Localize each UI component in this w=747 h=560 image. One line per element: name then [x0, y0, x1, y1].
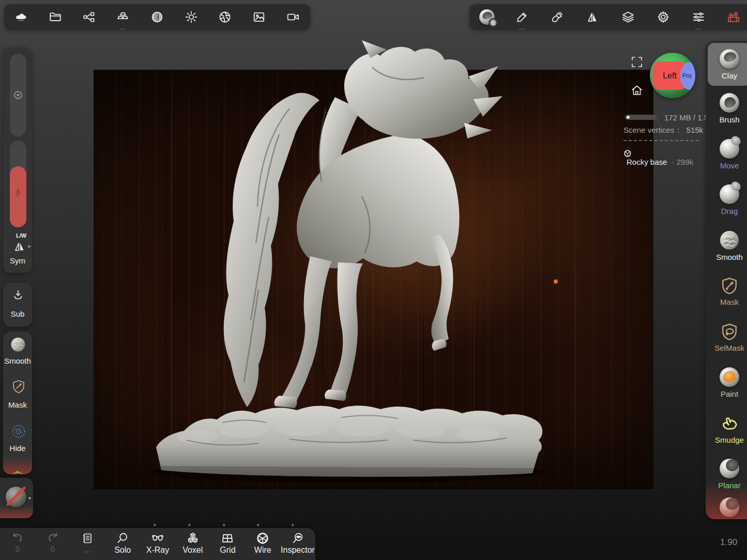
matcap-sphere-icon[interactable] [143, 4, 172, 30]
tool-brush[interactable]: Brush [706, 86, 747, 132]
voxel-button[interactable]: Voxel [177, 528, 208, 560]
nomad-sculpt-app: { "app": { "version": "1.90" }, "top_lef… [0, 0, 747, 560]
wire-caret[interactable]: ▴ [257, 522, 260, 527]
mask-shield-icon[interactable] [11, 379, 26, 394]
tool-selmask[interactable]: SelMask [706, 315, 747, 361]
radius-slider[interactable] [10, 54, 26, 136]
inspector-button[interactable]: Inspector [282, 528, 313, 560]
sub-label: Sub [3, 309, 32, 318]
panel-fade [3, 457, 32, 474]
tool-move[interactable]: Move [706, 132, 747, 178]
paint-brush-icon[interactable] [543, 4, 572, 30]
intensity-slider[interactable] [10, 141, 26, 227]
tool-mask[interactable]: Mask [706, 269, 747, 315]
tool-clay[interactable]: Clay [708, 43, 747, 86]
notebook-button[interactable]: ... [72, 528, 103, 560]
redo-count: 0 [50, 545, 54, 553]
wire-sphere-icon [623, 149, 632, 158]
voxel-caret[interactable]: ▴ [188, 522, 191, 527]
paint-sphere-icon [720, 367, 739, 387]
fullscreen-icon[interactable] [631, 56, 643, 68]
home-icon[interactable] [631, 84, 643, 97]
wire-button[interactable]: Wire [247, 528, 278, 560]
object-vertex-count: · 299k [672, 158, 694, 166]
sub-panel[interactable]: Sub [3, 283, 32, 326]
tool-planar[interactable]: Planar [706, 452, 747, 497]
brush-sphere-icon [720, 93, 739, 113]
inspector-caret[interactable]: ▴ [292, 522, 294, 527]
tool-drag[interactable]: Drag [706, 177, 747, 223]
drag-sphere-icon [720, 184, 739, 204]
redo-button[interactable]: 0 [37, 528, 68, 560]
scene-vertices-value: 515k [687, 126, 704, 134]
mirror-mode-label: L/W [3, 232, 32, 239]
gizmo-front-face[interactable]: Fro [680, 62, 695, 90]
mask-label[interactable]: Mask [3, 400, 32, 409]
grid-caret[interactable]: ▴ [223, 522, 225, 527]
notebook-more-dots: ... [84, 546, 90, 554]
camera-video-icon[interactable] [279, 4, 308, 30]
nomad-logo[interactable] [7, 4, 36, 30]
material-sphere-icon[interactable] [472, 4, 501, 30]
no-material-sphere-icon [6, 487, 26, 507]
partial-sphere-icon [720, 497, 739, 517]
files-folder-icon[interactable] [41, 4, 70, 30]
memory-usage-text: 172 MB / 1.5 [664, 113, 708, 122]
mirror-symmetry-icon[interactable] [578, 4, 607, 30]
sym-label[interactable]: Sym [3, 256, 32, 265]
undo-button[interactable]: 0 [2, 528, 33, 560]
sym-mirror-icon[interactable] [13, 240, 26, 253]
topology-more-dots: ... [120, 25, 126, 29]
interface-sliders-icon[interactable]: ... [684, 4, 713, 30]
hide-dotted-icon[interactable] [11, 424, 26, 439]
topology-bricks-icon[interactable]: ... [109, 4, 138, 30]
top-right-toolbar: ... ... [469, 4, 747, 30]
material-expand-arrow[interactable]: ▸ [28, 494, 32, 501]
planar-sphere-icon [720, 459, 739, 478]
smooth-label[interactable]: Smooth [3, 356, 32, 365]
info-divider [623, 140, 699, 141]
tool-smudge[interactable]: Smudge [706, 406, 747, 452]
gizmo-partial-icon[interactable] [10, 469, 25, 474]
settings-gear-icon[interactable] [649, 4, 678, 30]
hide-label[interactable]: Hide [3, 444, 32, 453]
lighting-sun-icon[interactable] [177, 4, 206, 30]
brush-tools-panel: Clay Brush Move Drag Smooth Mask SelMask… [706, 41, 747, 519]
solo-button[interactable]: Solo [107, 528, 138, 560]
undo-count: 0 [16, 545, 20, 553]
viewport-backdrop[interactable] [94, 70, 653, 489]
smooth-rock-icon [720, 230, 739, 250]
no-material-panel[interactable]: ▸ [0, 478, 33, 518]
xray-button[interactable]: X-Ray [142, 528, 173, 560]
tool-smooth[interactable]: Smooth [706, 223, 747, 269]
intensity-lightning-icon [12, 187, 24, 198]
quick-tools-panel: Smooth Mask Hide [3, 332, 32, 474]
app-version: 1.90 [720, 537, 737, 548]
memory-usage-bar [625, 115, 657, 120]
tool-paint[interactable]: Paint [706, 360, 747, 406]
selected-object-row[interactable]: Rocky base · 299k [623, 149, 693, 166]
move-sphere-icon [720, 139, 739, 159]
postprocess-aperture-icon[interactable] [210, 4, 239, 30]
grid-button[interactable]: Grid [212, 528, 243, 560]
background-image-icon[interactable] [245, 4, 273, 30]
layers-icon[interactable] [614, 4, 643, 30]
smooth-rock-icon[interactable] [10, 337, 26, 352]
smudge-finger-icon [720, 413, 739, 433]
material-gear-badge [488, 18, 498, 28]
sliders-more-dots: ... [695, 25, 702, 29]
sym-expand-arrow[interactable]: ▸ [28, 243, 31, 250]
bottom-toolbar: 0 0 ... Solo X-Ray Voxel Grid Wire Inspe… [0, 528, 315, 560]
xray-caret[interactable]: ▴ [154, 522, 156, 527]
stroke-more-dots: ... [519, 25, 525, 29]
scene-vertices: Scene vertices： 515k [623, 126, 703, 135]
scene-graph-icon[interactable] [74, 4, 103, 30]
stroke-settings-panel: L/W ▸ Sym [3, 48, 32, 273]
orientation-gizmo[interactable]: Left Fro [650, 53, 695, 98]
stroke-pencil-icon[interactable]: ... [508, 4, 537, 30]
object-name: Rocky base [627, 158, 667, 166]
sub-arrow-icon [12, 289, 24, 301]
tool-next-partial[interactable] [706, 497, 747, 520]
mask-shield-icon [720, 276, 739, 295]
toolbox-icon[interactable] [719, 4, 747, 30]
